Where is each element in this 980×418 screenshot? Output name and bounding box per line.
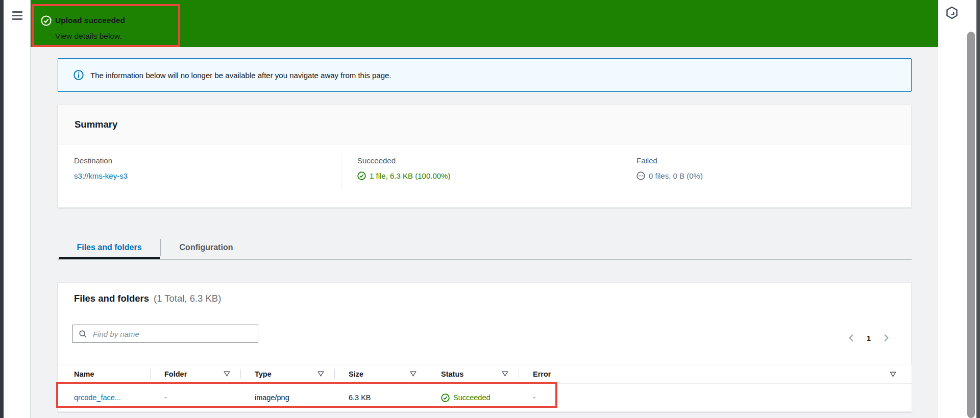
summary-card: Summary	[58, 105, 912, 208]
check-circle-icon	[357, 171, 366, 180]
succeeded-value: 1 file, 6.3 KB (100.00%)	[370, 171, 450, 180]
search-icon	[79, 330, 87, 338]
files-table-header: Name Folder Type Size Status Error	[58, 364, 912, 384]
cloudshell-hexagon-icon[interactable]	[945, 6, 959, 20]
files-panel-count: (1 Total, 6.3 KB)	[154, 293, 221, 304]
file-name-link[interactable]: qrcode_face...	[74, 394, 121, 402]
filter-icon[interactable]	[317, 371, 324, 377]
ellipsis-circle-icon	[636, 171, 645, 180]
files-panel-heading: Files and folders (1 Total, 6.3 KB)	[74, 293, 221, 304]
summary-title: Summary	[75, 119, 117, 130]
table-row: qrcode_face... - image/png 6.3 KB Succee…	[58, 384, 912, 411]
row-error: -	[519, 384, 912, 411]
column-divider	[341, 153, 341, 190]
info-alert-text: The information below will no longer be …	[90, 71, 391, 80]
filter-icon[interactable]	[890, 371, 896, 378]
column-header-name: Name	[58, 364, 150, 383]
pagination: 1	[838, 330, 899, 346]
check-circle-icon	[441, 394, 450, 402]
column-header-error: Error	[519, 364, 912, 383]
s3-upload-status-page: Upload succeeded View details below. The…	[0, 0, 980, 418]
column-header-status: Status	[427, 364, 519, 383]
chevron-right-icon[interactable]	[881, 333, 891, 342]
search-input[interactable]	[92, 329, 253, 339]
summary-card-header: Summary	[58, 105, 911, 144]
column-header-type: Type	[240, 364, 334, 383]
window-edge	[0, 0, 4, 418]
filter-icon[interactable]	[502, 371, 508, 377]
summary-destination: Destination s3://kms-key-s3	[74, 156, 128, 180]
tab-configuration[interactable]: Configuration	[161, 236, 252, 259]
chevron-left-icon[interactable]	[847, 333, 856, 342]
flashbar-title: Upload succeeded	[55, 16, 125, 25]
files-panel-title: Files and folders	[74, 293, 149, 304]
failed-label: Failed	[636, 156, 703, 165]
filter-icon[interactable]	[410, 371, 416, 377]
info-alert: The information below will no longer be …	[58, 58, 912, 92]
column-header-folder: Folder	[150, 364, 240, 383]
tab-files-and-folders[interactable]: Files and folders	[59, 236, 160, 259]
row-status: Succeeded	[427, 384, 519, 411]
summary-succeeded: Succeeded 1 file, 6.3 KB (100.00%)	[357, 156, 450, 180]
scrollbar-thumb[interactable]	[967, 32, 975, 418]
scrollbar-edge[interactable]	[976, 0, 980, 418]
succeeded-label: Succeeded	[357, 156, 450, 165]
column-header-size: Size	[334, 364, 427, 383]
collapsed-side-nav	[4, 0, 31, 418]
info-circle-icon	[74, 70, 84, 80]
flashbar-success	[31, 0, 938, 47]
row-size: 6.3 KB	[334, 384, 427, 411]
row-folder: -	[150, 384, 240, 411]
destination-label: Destination	[74, 156, 128, 165]
check-circle-icon	[41, 15, 52, 26]
find-by-name-search[interactable]	[72, 325, 258, 343]
page-number[interactable]: 1	[867, 334, 871, 342]
flashbar-subtitle: View details below.	[55, 32, 122, 41]
failed-value: 0 files, 0 B (0%)	[649, 171, 703, 180]
status-badge: Succeeded	[453, 394, 491, 402]
column-divider	[623, 153, 623, 190]
destination-bucket-link[interactable]: s3://kms-key-s3	[74, 171, 128, 180]
tabs-baseline	[58, 259, 912, 260]
summary-failed: Failed 0 files, 0 B (0%)	[636, 156, 703, 180]
row-type: image/png	[240, 384, 334, 411]
hamburger-menu-icon[interactable]	[12, 11, 22, 20]
filter-icon[interactable]	[224, 371, 230, 377]
